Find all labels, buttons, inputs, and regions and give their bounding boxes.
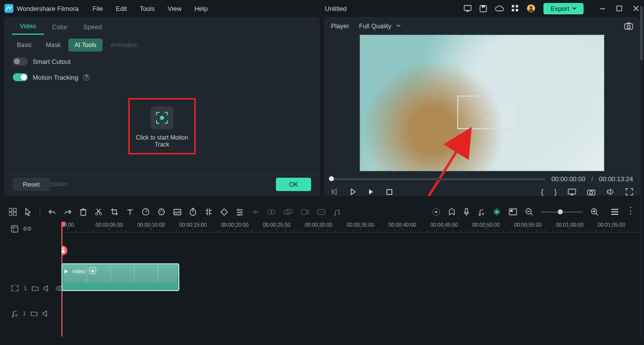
svg-point-70 <box>15 314 17 316</box>
track-list-icon[interactable] <box>611 208 618 215</box>
video-track-icon <box>11 285 19 292</box>
snapshot-icon[interactable] <box>624 22 633 30</box>
tab-video[interactable]: Video <box>12 18 44 35</box>
svg-rect-62 <box>11 226 18 232</box>
motion-track-target-box[interactable]: + <box>457 96 518 129</box>
thumbnail-icon[interactable] <box>509 208 517 215</box>
menu-file[interactable]: File <box>93 5 103 12</box>
svg-point-33 <box>162 211 163 212</box>
ruler-tick: 00:00:40:00 <box>388 222 416 228</box>
undo-icon[interactable] <box>48 208 56 215</box>
window-minimize-icon[interactable] <box>598 4 606 12</box>
svg-point-39 <box>238 214 240 215</box>
ruler-tick: 00:00:25:00 <box>263 222 290 228</box>
window-maximize-icon[interactable] <box>615 4 623 12</box>
speed-icon[interactable] <box>142 208 150 216</box>
duration-icon[interactable] <box>189 208 197 216</box>
timeline-scrollbar[interactable] <box>640 6 643 339</box>
device-icon[interactable] <box>464 5 472 12</box>
mic-icon[interactable] <box>463 208 470 216</box>
user-avatar-icon[interactable] <box>527 4 536 13</box>
player-progress-bar[interactable] <box>331 178 545 180</box>
zoom-in-icon[interactable] <box>590 208 598 216</box>
motion-track-start-button[interactable] <box>151 106 173 129</box>
detach-audio-icon[interactable] <box>205 208 213 216</box>
color-icon[interactable] <box>158 208 165 216</box>
step-back-icon[interactable] <box>331 188 338 196</box>
tab-color[interactable]: Color <box>44 19 75 35</box>
tab-speed[interactable]: Speed <box>75 19 110 35</box>
camera-icon[interactable] <box>587 189 595 196</box>
export-button[interactable]: Export <box>543 3 584 14</box>
svg-rect-4 <box>482 5 485 7</box>
menu-view[interactable]: View <box>167 5 181 12</box>
folder-icon[interactable] <box>32 285 39 291</box>
zoom-out-icon[interactable] <box>525 208 533 216</box>
svg-rect-67 <box>17 290 18 291</box>
split-icon[interactable] <box>95 208 103 216</box>
player-quality-dropdown[interactable]: Full Quality <box>359 22 401 30</box>
volume-icon[interactable] <box>606 188 615 196</box>
apps-grid-icon[interactable] <box>512 5 519 12</box>
smart-cutout-toggle[interactable] <box>13 57 28 65</box>
fullscreen-icon[interactable] <box>626 188 633 196</box>
more-icon[interactable]: ⋮ <box>626 208 635 215</box>
mute-icon[interactable] <box>43 310 50 317</box>
track-area[interactable]: 00:0000:00:05:0000:00:10:0000:00:15:0000… <box>61 222 640 337</box>
mute-icon[interactable] <box>44 285 51 292</box>
svg-rect-44 <box>301 209 307 214</box>
mark-in-icon[interactable]: { <box>541 188 543 196</box>
ruler-tick: 00:00:30:00 <box>305 222 332 228</box>
svg-point-68 <box>58 287 60 289</box>
subtab-mask[interactable]: Mask <box>40 39 67 51</box>
motion-tracking-toggle[interactable] <box>13 73 28 81</box>
svg-rect-12 <box>617 6 622 11</box>
green-screen-icon[interactable] <box>173 208 181 216</box>
cursor-icon[interactable] <box>25 208 32 216</box>
cloud-icon[interactable] <box>495 5 504 12</box>
marker-icon[interactable] <box>448 208 455 216</box>
stop-icon[interactable] <box>386 189 393 196</box>
svg-point-13 <box>160 116 164 120</box>
crop-icon[interactable] <box>110 208 118 216</box>
link-icon[interactable] <box>23 225 31 232</box>
ruler-tick: 00:00:50:00 <box>472 222 499 228</box>
text-icon[interactable] <box>126 208 134 216</box>
menu-help[interactable]: Help <box>194 5 208 12</box>
display-icon[interactable] <box>568 189 576 196</box>
play-icon[interactable] <box>349 188 357 196</box>
ai-enhance-icon[interactable] <box>493 208 501 216</box>
global-track-icon[interactable] <box>11 225 18 233</box>
svg-rect-25 <box>9 212 12 215</box>
svg-rect-60 <box>611 211 618 212</box>
reset-button[interactable]: Reset <box>13 178 50 191</box>
keyframe-icon[interactable] <box>220 208 228 216</box>
ok-button[interactable]: OK <box>276 178 311 191</box>
svg-point-32 <box>161 210 162 211</box>
arrange-icon[interactable] <box>9 208 17 216</box>
render-icon[interactable] <box>432 208 440 216</box>
chevron-down-icon <box>572 7 577 10</box>
menu-edit[interactable]: Edit <box>116 5 127 12</box>
mark-out-icon[interactable]: } <box>554 188 557 196</box>
subtab-ai-tools[interactable]: AI Tools <box>68 39 102 51</box>
info-icon[interactable]: ? <box>83 74 90 81</box>
delete-icon[interactable] <box>80 208 87 216</box>
redo-icon[interactable] <box>64 208 72 215</box>
video-clip[interactable]: ▶ video ◉ <box>61 263 179 291</box>
timeline-ruler[interactable]: 00:0000:00:05:0000:00:10:0000:00:15:0000… <box>61 222 640 233</box>
save-icon[interactable] <box>480 5 487 12</box>
adjust-icon[interactable] <box>236 208 244 216</box>
svg-rect-61 <box>611 214 618 215</box>
folder-icon[interactable] <box>31 310 38 316</box>
property-subtabs: Basic Mask AI Tools Animation <box>4 35 320 53</box>
audio-mix-icon[interactable] <box>478 208 485 216</box>
window-close-icon[interactable] <box>632 4 640 12</box>
player-viewport[interactable]: + <box>360 35 604 171</box>
playhead-lock-icon[interactable] <box>61 246 67 255</box>
play-forward-icon[interactable] <box>368 188 375 196</box>
zoom-slider[interactable] <box>541 211 583 213</box>
subtab-basic[interactable]: Basic <box>11 39 38 51</box>
menu-tools[interactable]: Tools <box>140 5 155 12</box>
subtab-animation[interactable]: Animation <box>105 39 144 51</box>
